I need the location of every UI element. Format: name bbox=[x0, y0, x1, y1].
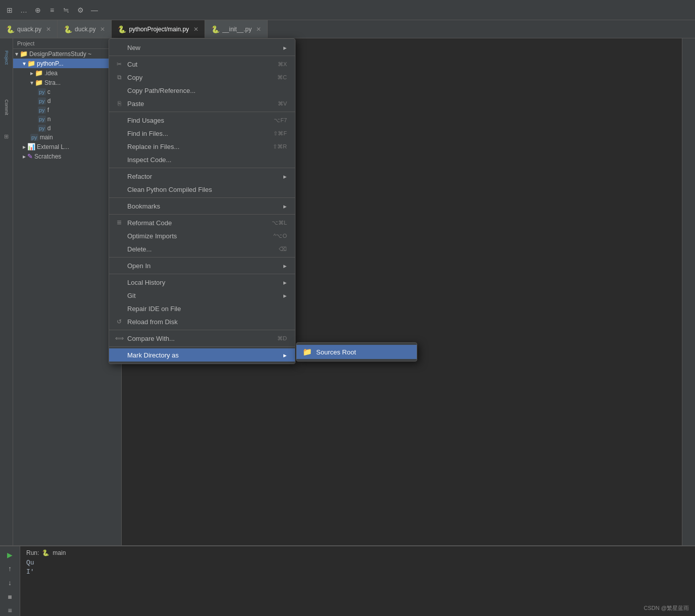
bottom-panel-icons: ▶ ↑ ↓ ■ ≡ bbox=[0, 546, 20, 616]
menu-sep-4 bbox=[109, 197, 295, 198]
tree-item-design-patterns[interactable]: ▾ 📁 DesignPatternsStudy ~ bbox=[13, 49, 121, 59]
settings-icon[interactable]: ⚙ bbox=[75, 5, 86, 16]
tab-main-py-close[interactable]: ✕ bbox=[193, 26, 198, 33]
run-output-line-2: I' bbox=[26, 568, 689, 577]
tab-duck-py[interactable]: 🐍 duck.py ✕ bbox=[58, 20, 112, 38]
menu-item-reload-disk[interactable]: ↺ Reload from Disk bbox=[109, 315, 295, 328]
menu-item-cut[interactable]: ✂ Cut ⌘X bbox=[109, 58, 295, 71]
tab-duck-py-close[interactable]: ✕ bbox=[100, 26, 105, 33]
menu-item-copy-path[interactable]: Copy Path/Reference... bbox=[109, 84, 295, 97]
tree-item-n[interactable]: py n bbox=[13, 115, 121, 124]
new-file-icon[interactable]: ⊕ bbox=[32, 5, 43, 16]
run-file-label: main bbox=[53, 549, 66, 556]
context-menu: New ▸ ✂ Cut ⌘X ⧉ Copy ⌘C Copy Path/Refer… bbox=[109, 38, 295, 364]
menu-sep-9 bbox=[109, 346, 295, 347]
tab-quack-py[interactable]: 🐍 quack.py ✕ bbox=[0, 20, 58, 38]
py-n-icon: py bbox=[38, 116, 46, 123]
submenu-item-sources-root[interactable]: 📁 Sources Root bbox=[296, 345, 417, 359]
tree-label-external: External L... bbox=[37, 143, 69, 150]
menu-item-replace-in-files[interactable]: Replace in Files... ⇧⌘R bbox=[109, 140, 295, 153]
menu-item-delete[interactable]: Delete... ⌫ bbox=[109, 242, 295, 255]
tab-init-py[interactable]: 🐍 __init__.py ✕ bbox=[205, 20, 268, 38]
scroll-up-icon[interactable]: ↑ bbox=[4, 563, 16, 575]
menu-item-clean-python[interactable]: Clean Python Compiled Files bbox=[109, 183, 295, 196]
project-panel-toggle-icon[interactable]: ⊞ bbox=[4, 5, 15, 16]
find-files-icon bbox=[115, 129, 123, 137]
menu-item-copy[interactable]: ⧉ Copy ⌘C bbox=[109, 71, 295, 84]
run-output-line-1: Qu bbox=[26, 558, 689, 568]
menu-item-refactor[interactable]: Refactor ▸ bbox=[109, 170, 295, 183]
menu-reload-label: Reload from Disk bbox=[127, 318, 287, 326]
compare-icon: ⟺ bbox=[115, 334, 123, 342]
folder-idea-icon: 📁 bbox=[35, 69, 43, 77]
tree-item-main[interactable]: py main bbox=[13, 133, 121, 142]
replace-files-icon bbox=[115, 142, 123, 150]
menu-sep-5 bbox=[109, 214, 295, 215]
menu-item-bookmarks[interactable]: Bookmarks ▸ bbox=[109, 199, 295, 213]
menu-item-optimize-imports[interactable]: Optimize Imports ^⌥O bbox=[109, 229, 295, 242]
menu-item-repair-ide[interactable]: Repair IDE on File bbox=[109, 302, 295, 315]
copy-icon: ⧉ bbox=[115, 73, 123, 81]
menu-item-compare-with[interactable]: ⟺ Compare With... ⌘D bbox=[109, 332, 295, 345]
commit-icon[interactable]: Commit bbox=[2, 95, 12, 119]
minimize-icon[interactable]: — bbox=[89, 5, 100, 16]
tree-item-idea[interactable]: ▸ 📁 .idea bbox=[13, 68, 121, 78]
layout-icon[interactable]: ≒ bbox=[61, 5, 72, 16]
tab-main-py[interactable]: 🐍 pythonProject/main.py ✕ bbox=[112, 20, 205, 38]
stop-icon[interactable]: ■ bbox=[4, 591, 16, 602]
side-more-icon[interactable]: ⊞ bbox=[2, 131, 12, 141]
menu-open-in-label: Open In bbox=[127, 262, 275, 270]
tree-item-f[interactable]: py f bbox=[13, 106, 121, 115]
tree-label-scratches: Scratches bbox=[34, 153, 61, 160]
run-icon[interactable]: ▶ bbox=[4, 549, 16, 560]
menu-sep-6 bbox=[109, 257, 295, 258]
tab-quack-py-close[interactable]: ✕ bbox=[46, 26, 51, 33]
folder-python-icon: 📁 bbox=[27, 60, 35, 67]
menu-item-find-in-files[interactable]: Find in Files... ⇧⌘F bbox=[109, 127, 295, 140]
menu-item-open-in[interactable]: Open In ▸ bbox=[109, 259, 295, 272]
tree-item-strategy[interactable]: ▾ 📁 Stra... bbox=[13, 78, 121, 87]
menu-reformat-label: Reformat Code bbox=[127, 219, 268, 227]
menu-item-local-history[interactable]: Local History ▸ bbox=[109, 276, 295, 289]
project-panel: Project ▾ 📁 DesignPatternsStudy ~ ▾ 📁 py… bbox=[13, 38, 122, 616]
menu-item-paste[interactable]: ⎘ Paste ⌘V bbox=[109, 97, 295, 110]
tree-item-d1[interactable]: py d bbox=[13, 96, 121, 106]
tree-item-python-project[interactable]: ▾ 📁 pythonP... bbox=[13, 59, 121, 68]
menu-item-inspect-code[interactable]: Inspect Code... bbox=[109, 153, 295, 166]
tree-item-d2[interactable]: py d bbox=[13, 124, 121, 133]
menu-item-git[interactable]: Git ▸ bbox=[109, 289, 295, 302]
menu-find-files-shortcut: ⇧⌘F bbox=[273, 130, 287, 137]
paste-icon: ⎘ bbox=[115, 99, 123, 108]
menu-optimize-shortcut: ^⌥O bbox=[273, 233, 287, 239]
tree-item-c[interactable]: py c bbox=[13, 87, 121, 96]
menu-copy-shortcut: ⌘C bbox=[277, 74, 287, 81]
menu-refactor-arrow: ▸ bbox=[283, 173, 287, 180]
menu-item-find-usages[interactable]: Find Usages ⌥F7 bbox=[109, 114, 295, 127]
menu-new-arrow: ▸ bbox=[283, 44, 287, 52]
menu-bookmarks-arrow: ▸ bbox=[283, 202, 287, 210]
menu-item-new[interactable]: New ▸ bbox=[109, 41, 295, 54]
structure-icon[interactable]: ≡ bbox=[46, 5, 58, 16]
scroll-down-icon[interactable]: ↓ bbox=[4, 577, 16, 588]
toolbar-more-icon[interactable]: … bbox=[18, 5, 29, 16]
run-py-icon: 🐍 bbox=[42, 549, 49, 556]
list-icon[interactable]: ≡ bbox=[4, 605, 16, 616]
tab-main-py-label: pythonProject/main.py bbox=[129, 26, 189, 33]
tree-item-scratches[interactable]: ▸ ✎ Scratches bbox=[13, 151, 121, 161]
menu-copy-label: Copy bbox=[127, 74, 273, 81]
menu-find-usages-shortcut: ⌥F7 bbox=[274, 117, 287, 124]
tree-item-external[interactable]: ▸ 📊 External L... bbox=[13, 142, 121, 151]
py-c-icon: py bbox=[38, 88, 46, 95]
menu-mark-dir-arrow: ▸ bbox=[283, 351, 287, 359]
tab-init-py-label: __init__.py bbox=[222, 26, 252, 33]
menu-item-reformat[interactable]: ≡ Reformat Code ⌥⌘L bbox=[109, 216, 295, 229]
menu-repair-label: Repair IDE on File bbox=[127, 305, 287, 313]
menu-optimize-label: Optimize Imports bbox=[127, 232, 269, 240]
menu-replace-files-label: Replace in Files... bbox=[127, 143, 269, 150]
menu-item-mark-dir[interactable]: Mark Directory as ▸ 📁 Sources Root bbox=[109, 348, 295, 362]
menu-sep-2 bbox=[109, 112, 295, 112]
reload-icon: ↺ bbox=[115, 318, 123, 326]
tab-init-py-close[interactable]: ✕ bbox=[256, 26, 261, 33]
project-icon[interactable]: Project bbox=[2, 42, 12, 73]
chevron-down-icon3: ▾ bbox=[30, 79, 33, 86]
